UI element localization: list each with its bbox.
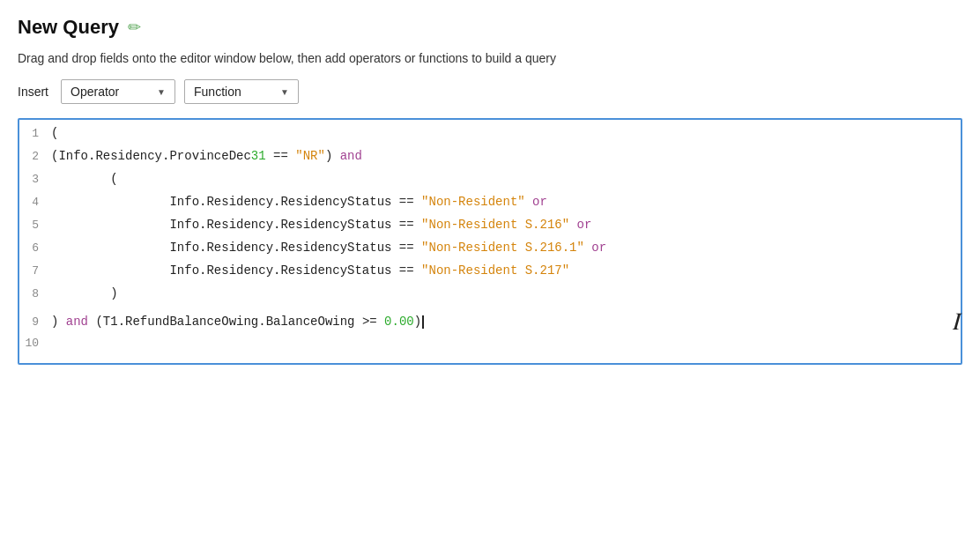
edit-icon[interactable]: ✏ [128,18,141,37]
table-row: 10 [19,335,961,358]
table-row: 7 Info.Residency.ResidencyStatus == "Non… [19,263,961,285]
editor-inner: 1 ( 2 (Info.Residency.ProvinceDec31 == "… [19,120,961,363]
line-number: 4 [19,196,51,209]
line-number: 8 [19,287,51,300]
table-row: 2 (Info.Residency.ProvinceDec31 == "NR")… [19,148,961,171]
line-number: 7 [19,264,51,278]
table-row: 6 Info.Residency.ResidencyStatus == "Non… [19,240,961,263]
i-beam-cursor: 𝐼 [953,309,961,334]
line-content: ( [51,172,961,186]
table-row: 3 ( [19,171,961,194]
operator-label: Operator [71,85,119,99]
line-number: 6 [19,241,51,255]
table-row: 1 ( [19,125,961,148]
table-row: 8 ) [19,285,961,308]
page-title: New Query [18,16,119,39]
line-content: Info.Residency.ResidencyStatus == "Non-R… [51,218,961,232]
function-label: Function [194,85,241,99]
line-number: 9 [19,315,51,329]
line-content: Info.Residency.ResidencyStatus == "Non-R… [51,241,961,255]
line-content: ( [51,126,961,140]
operator-arrow-icon: ▼ [157,87,166,97]
text-cursor [422,315,424,329]
insert-row: Insert Operator ▼ Function ▼ [18,79,962,104]
line-content: Info.Residency.ResidencyStatus == "Non-R… [51,263,961,278]
query-editor[interactable]: 1 ( 2 (Info.Residency.ProvinceDec31 == "… [18,118,962,365]
title-row: New Query ✏ [18,16,962,39]
line-content: ) [51,286,961,300]
operator-dropdown[interactable]: Operator ▼ [61,79,175,104]
table-row: 5 Info.Residency.ResidencyStatus == "Non… [19,217,961,240]
insert-label: Insert [18,85,48,99]
subtitle: Drag and drop fields onto the editor win… [18,51,962,65]
line-content [51,336,961,350]
line-content: (Info.Residency.ProvinceDec31 == "NR") a… [51,149,961,163]
line-content: ) and (T1.RefundBalanceOwing.BalanceOwin… [51,315,917,329]
line-number: 10 [19,337,51,350]
table-row: 9 ) and (T1.RefundBalanceOwing.BalanceOw… [19,308,961,335]
line-number: 2 [19,150,51,163]
function-dropdown[interactable]: Function ▼ [184,79,299,104]
line-content: Info.Residency.ResidencyStatus == "Non-R… [51,195,961,209]
line-number: 5 [19,219,51,232]
line-number: 3 [19,173,51,186]
table-row: 4 Info.Residency.ResidencyStatus == "Non… [19,194,961,217]
line-number: 1 [19,127,51,140]
function-arrow-icon: ▼ [280,87,289,97]
